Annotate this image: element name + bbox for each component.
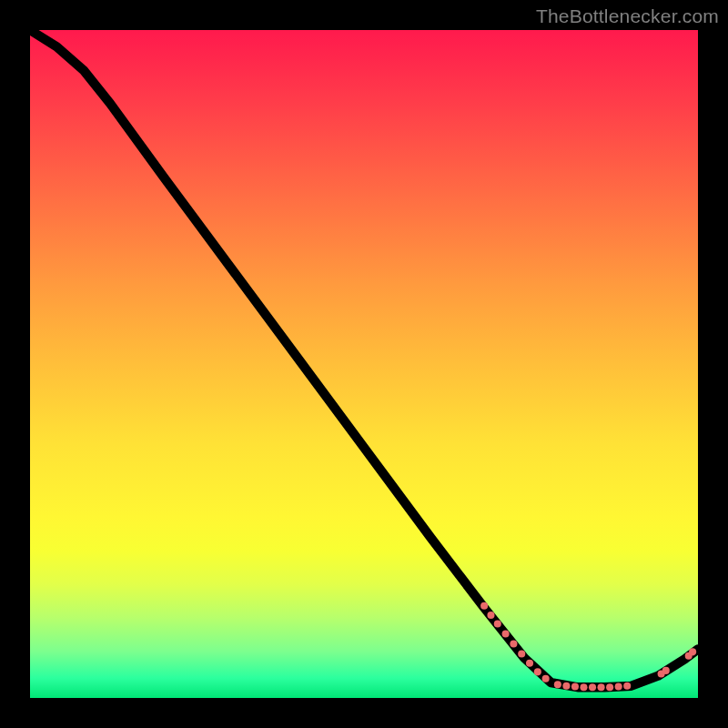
data-point (534, 668, 541, 675)
data-point (689, 648, 696, 655)
data-point (480, 602, 488, 610)
data-point (542, 675, 550, 682)
data-point (615, 682, 622, 690)
data-point (494, 620, 501, 627)
curve-line (30, 30, 698, 687)
data-point (518, 651, 525, 658)
data-point (598, 683, 605, 691)
plot-area (30, 30, 698, 698)
watermark-text: TheBottlenecker.com (536, 5, 719, 27)
data-point (589, 683, 596, 691)
chart-container: TheBottlenecker.com (0, 0, 728, 728)
data-point (571, 682, 579, 690)
data-point (606, 683, 613, 691)
data-point (526, 660, 533, 667)
data-point (502, 630, 510, 637)
data-point (580, 683, 587, 691)
data-point (623, 682, 631, 690)
data-point (554, 681, 561, 688)
data-point (487, 612, 494, 619)
data-point (662, 667, 670, 674)
data-point (510, 641, 517, 648)
data-point (562, 682, 570, 690)
plot-svg (30, 30, 698, 698)
